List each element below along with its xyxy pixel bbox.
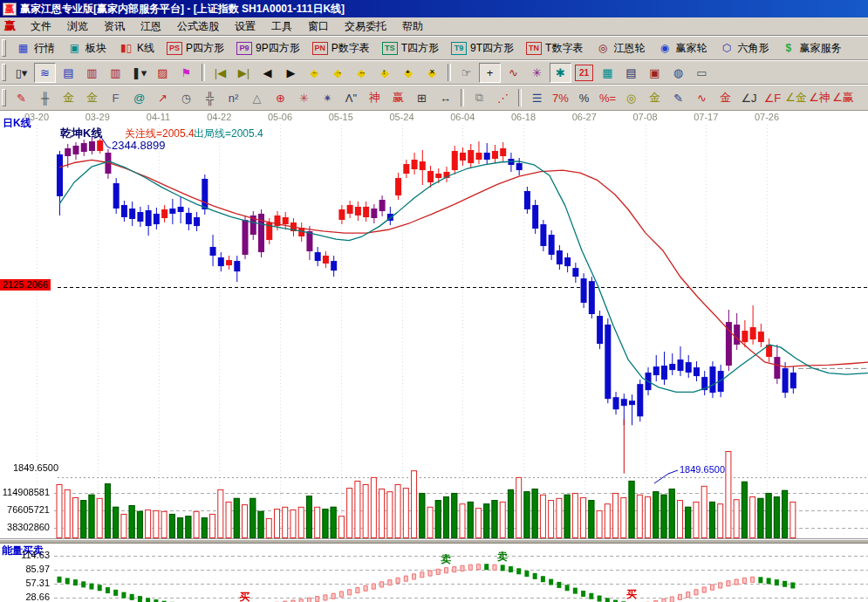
- brain-tool-button[interactable]: ✱: [550, 63, 571, 83]
- angle-gold-button[interactable]: ∠金: [785, 88, 807, 108]
- wave-red-button[interactable]: ∿: [691, 88, 713, 108]
- calendar-button[interactable]: 21: [575, 65, 593, 81]
- menu-item-3[interactable]: 江恩: [133, 19, 169, 33]
- box-tool-button[interactable]: ⧉: [468, 88, 490, 108]
- diamond-lr-button[interactable]: ◆↔: [351, 63, 372, 83]
- menu-item-9[interactable]: 帮助: [394, 19, 431, 33]
- flower-tool-button[interactable]: ✳: [526, 63, 548, 83]
- nav-last-button[interactable]: ▶|: [233, 63, 255, 83]
- winner-wheel-button[interactable]: ◉赢家轮: [651, 38, 713, 58]
- sectors-button[interactable]: ▣板块: [61, 38, 113, 58]
- bars-3-button[interactable]: ▥: [81, 63, 103, 83]
- comb-grid-button[interactable]: ╫: [34, 88, 56, 108]
- n-square-button[interactable]: n²: [222, 88, 244, 108]
- menu-bar: 赢 文件浏览资讯江恩公式选股设置工具窗口交易委托帮助: [0, 17, 868, 36]
- hexagon-button[interactable]: ⬡六角形: [713, 38, 775, 58]
- report-button[interactable]: ▤: [620, 63, 642, 83]
- menu-item-6[interactable]: 工具: [263, 19, 300, 33]
- toolbar-grip[interactable]: [2, 64, 6, 81]
- map-red-button[interactable]: ▨: [152, 63, 174, 83]
- hand-tool-button[interactable]: ☞: [455, 63, 477, 83]
- width-measure-button[interactable]: ↔: [434, 88, 456, 108]
- nav-next-button[interactable]: ▶: [280, 63, 302, 83]
- f-comb-button[interactable]: F: [105, 88, 126, 108]
- menu-item-7[interactable]: 窗口: [300, 19, 337, 33]
- p-table-button[interactable]: PNP数字表: [306, 38, 376, 58]
- menu-item-2[interactable]: 资讯: [96, 19, 133, 33]
- protractor-button[interactable]: △: [246, 88, 268, 108]
- menu-item-8[interactable]: 交易委托: [337, 19, 394, 33]
- flag-colored-button[interactable]: ⚑: [175, 63, 197, 83]
- nav-prev-button[interactable]: ◀: [256, 63, 278, 83]
- crosshair-tool-button[interactable]: +: [479, 63, 501, 83]
- diamond-ud-button[interactable]: ◆↕: [374, 63, 396, 83]
- service-button[interactable]: $赢家服务: [775, 38, 847, 58]
- trend-tool-button[interactable]: ∿: [502, 63, 524, 83]
- bars-9-button[interactable]: ▥: [105, 63, 126, 83]
- win-grid-button[interactable]: 赢: [387, 88, 409, 108]
- diamond-lr-icon: ↔: [359, 68, 366, 76]
- angle-win-button[interactable]: ∠赢: [832, 88, 854, 108]
- gold-circle-button[interactable]: ◎: [620, 88, 642, 108]
- web-rays-button[interactable]: ✴: [317, 88, 338, 108]
- 9p-square-button[interactable]: P99P四方形: [230, 38, 306, 58]
- pen-red-button[interactable]: ✎: [10, 88, 32, 108]
- angle-f-button[interactable]: ∠F: [762, 88, 783, 108]
- shen-grid-button[interactable]: 神: [364, 88, 386, 108]
- export-button[interactable]: ▭: [691, 63, 713, 83]
- info-note-button[interactable]: ▤: [58, 63, 79, 83]
- date-label: 06-04: [450, 112, 475, 122]
- menu-item-5[interactable]: 设置: [227, 19, 263, 33]
- angle-j-button[interactable]: ∠J: [738, 88, 760, 108]
- toolbar-grip[interactable]: [2, 89, 6, 106]
- toolbar-grip[interactable]: [2, 39, 6, 57]
- kline-type-dropdown-button[interactable]: ▯▾: [10, 63, 32, 83]
- percent-7-button[interactable]: 7%: [550, 88, 571, 108]
- percent-button[interactable]: %: [573, 88, 595, 108]
- gold-levels-button[interactable]: 金: [644, 88, 666, 108]
- clock-circle-button[interactable]: ◷: [175, 88, 197, 108]
- chart-canvas[interactable]: [0, 111, 868, 602]
- angle-shen-button[interactable]: ∠神: [809, 88, 830, 108]
- target-button[interactable]: ⊕: [270, 88, 291, 108]
- t-table-button[interactable]: TNT数字表: [520, 38, 589, 58]
- k-quote-button[interactable]: Λ": [340, 88, 362, 108]
- fan-lines-button[interactable]: ⋰: [492, 88, 514, 108]
- gold-red-button[interactable]: 金: [714, 88, 736, 108]
- menu-item-4[interactable]: 公式选股: [169, 19, 227, 33]
- save-button[interactable]: ▣: [644, 63, 666, 83]
- p-square-button[interactable]: PSP四方形: [161, 38, 230, 58]
- nav-first-button[interactable]: |◀: [209, 63, 231, 83]
- diamond-right-button[interactable]: ◆→: [327, 63, 349, 83]
- kline-button[interactable]: ▮▯K线: [113, 38, 161, 58]
- diamond-left-button[interactable]: ◆←: [304, 63, 325, 83]
- t-square-button[interactable]: TST四方形: [376, 38, 445, 58]
- diamond-star-button[interactable]: ◆✕: [421, 63, 443, 83]
- toolbar-separator: [461, 89, 464, 106]
- web-sync-button[interactable]: ◍: [667, 63, 689, 83]
- diamond-all-button[interactable]: ◆+: [398, 63, 420, 83]
- rocket-button[interactable]: ↗: [152, 88, 174, 108]
- grid-2-button[interactable]: ╬: [199, 88, 221, 108]
- menu-item-0[interactable]: 文件: [23, 19, 59, 33]
- quotes-button[interactable]: ▦行情: [10, 38, 61, 58]
- percent-lines-button[interactable]: %=: [597, 88, 619, 108]
- num-grid-button[interactable]: ⊞: [411, 88, 433, 108]
- ladder-button[interactable]: ☰: [526, 88, 548, 108]
- sectors-label: 板块: [85, 41, 106, 56]
- region-wave-button[interactable]: ≋: [34, 63, 56, 83]
- matrix-button[interactable]: ▦: [597, 63, 619, 83]
- 9t-square-button[interactable]: T99T四方形: [445, 38, 520, 58]
- star-rays-button[interactable]: ✳: [293, 88, 315, 108]
- winner-wheel-icon: ◉: [657, 42, 672, 55]
- candle-style-dropdown-button[interactable]: ❚▾: [128, 63, 150, 83]
- gold-comb-2-button[interactable]: 金: [81, 88, 103, 108]
- gann-wheel-button[interactable]: ◎江恩轮: [589, 38, 651, 58]
- menu-item-1[interactable]: 浏览: [59, 19, 96, 33]
- date-label: 07-17: [694, 112, 718, 122]
- toolbar-navigation: ▯▾≋▤▥▥❚▾▨⚑|◀▶|◀▶◆←◆→◆↔◆↕◆+◆✕☞+∿✳✱21▦▤▣◍▭: [0, 60, 868, 85]
- spiral-button[interactable]: @: [128, 88, 150, 108]
- title-bar[interactable]: 赢 赢家江恩专业版[赢家内部服务平台] - [上证指数 SH1A0001-111…: [0, 0, 868, 17]
- pen-blue-button[interactable]: ✎: [667, 88, 689, 108]
- gold-comb-button[interactable]: 金: [58, 88, 79, 108]
